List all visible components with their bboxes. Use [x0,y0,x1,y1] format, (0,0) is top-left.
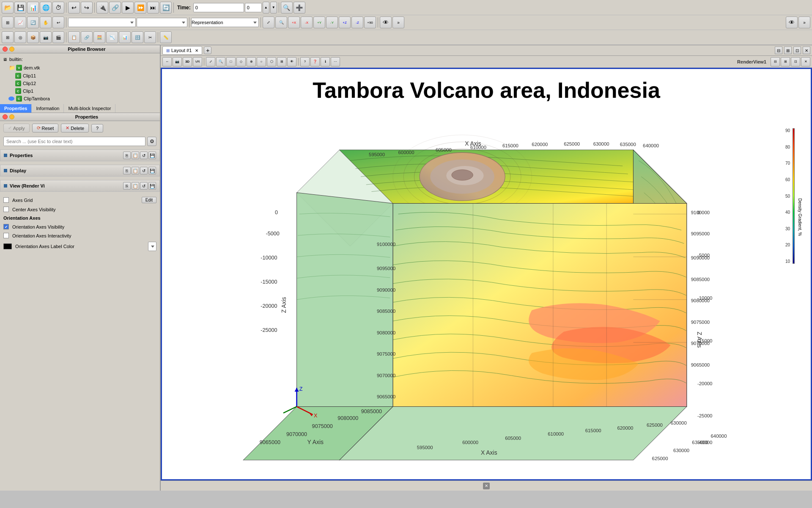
interact-btn[interactable]: ↩ [52,17,64,28]
right-eye-btn[interactable]: 👁 [786,17,798,28]
filter-btn[interactable]: ⊞ [2,17,14,28]
view-copy-btn[interactable]: ⎘ [123,182,131,190]
layout-close-btn[interactable]: ✕ [803,47,810,54]
pipeline-btn[interactable]: 📊 [27,2,39,14]
screenshot-btn[interactable]: 📷 [40,31,52,43]
reset-button[interactable]: ⟳ Reset [32,124,59,133]
vp-split-right-btn[interactable]: ⊟ [771,57,780,66]
disp-paste-btn[interactable]: 📋 [132,167,139,174]
tree-clip1[interactable]: C Clip1 [2,87,158,95]
link-btn[interactable]: 🔗 [81,31,93,43]
props-save-btn[interactable]: 💾 [148,152,156,159]
vp-query-btn[interactable]: ? [300,57,310,66]
layout-tab-close[interactable]: ✕ [195,48,198,53]
vp-select1-btn[interactable]: □ [226,57,236,66]
last-btn[interactable]: ⏭ [147,2,159,14]
props-close-yellow[interactable] [9,114,14,119]
vp-reset-btn[interactable]: ⤢ [206,57,215,66]
vp-more2-btn[interactable]: ⋯ [331,57,340,66]
disp-reset-btn[interactable]: ↺ [140,167,148,174]
right-more-btn[interactable]: » [798,17,810,28]
apply-button[interactable]: ✔ Apply [3,124,30,133]
orientation-axes-visibility-checkbox[interactable]: ✔ [3,224,9,229]
vp-split-down-btn[interactable]: ⊞ [781,57,790,66]
histogram-btn[interactable]: 📊 [119,31,131,43]
orientation-axes-color-dropdown[interactable] [148,242,156,251]
sphere-btn[interactable]: ◎ [14,31,26,43]
bottom-close-btn[interactable]: ✕ [483,483,490,489]
vp-zoom-btn[interactable]: 🔍 [216,57,225,66]
chart-line-btn[interactable]: 📉 [106,31,118,43]
vp-select2-btn[interactable]: ◇ [236,57,246,66]
center-axes-checkbox[interactable] [3,207,9,212]
vp-info-btn[interactable]: ℹ [321,57,330,66]
reset-camera-btn[interactable]: ⤢ [263,17,274,28]
disconnect-btn[interactable]: 🔗 [109,2,121,14]
properties-section-header[interactable]: Properties ⎘ 📋 ↺ 💾 [0,149,160,161]
search-icon-btn[interactable]: 🔍 [281,2,293,14]
save-btn[interactable]: 💾 [14,2,26,14]
vp-pick-btn[interactable]: ⊕ [247,57,256,66]
zplus-btn[interactable]: +Z [339,17,351,28]
close-red-btn[interactable] [3,47,8,52]
tab-properties[interactable]: Properties [0,104,32,113]
step-fwd-btn[interactable]: ⏩ [134,2,146,14]
disp-save-btn[interactable]: 💾 [148,167,156,174]
tree-cliptambora[interactable]: C ClipTambora [2,95,158,102]
props-reset-btn[interactable]: ↺ [140,152,148,159]
add-filter-btn[interactable]: ➕ [294,2,305,14]
vp-camera-btn[interactable]: 📷 [173,57,182,66]
layout-maximize-btn[interactable]: ⊡ [793,47,801,54]
render-area[interactable]: Tambora Volcano area, Indonesia [161,68,812,480]
time-input[interactable] [193,3,244,12]
yminus-btn[interactable]: -Y [326,17,338,28]
time-spin-down[interactable]: ▼ [270,2,277,14]
time-frame-input[interactable] [245,3,262,12]
vp-sel3-btn[interactable]: ○ [257,57,266,66]
undo-btn[interactable]: ↩ [68,2,80,14]
search-input[interactable] [3,137,145,146]
tree-dem-vtk[interactable]: 📁 V dem.vtk [2,64,158,72]
props-copy-btn[interactable]: ⎘ [123,152,131,159]
ruler-btn[interactable]: 📏 [160,31,172,43]
source-dropdown[interactable] [68,18,136,27]
tree-clip12[interactable]: C Clip12 [2,80,158,87]
loop-btn[interactable]: 🔄 [160,2,172,14]
close-yellow-btn[interactable] [9,47,14,52]
tree-clip11[interactable]: C Clip11 [2,72,158,80]
view-save-btn[interactable]: 💾 [148,182,156,190]
xplus-btn[interactable]: +X [288,17,300,28]
axes-grid-edit-btn[interactable]: Edit [142,197,156,203]
orientation-axes-interactivity-checkbox[interactable] [3,233,9,238]
play-btn[interactable]: ▶ [122,2,134,14]
rotate90-btn[interactable]: +90 [364,17,376,28]
copy-btn[interactable]: 📋 [68,31,80,43]
view-reset-btn[interactable]: ↺ [140,182,148,190]
gear-button[interactable]: ⚙ [147,137,156,146]
display-section-header[interactable]: Display ⎘ 📋 ↺ 💾 [0,165,160,177]
zoom-data-btn[interactable]: 🔍 [275,17,287,28]
vp-visible-btn[interactable]: 👁 [287,57,296,66]
vp-sel-thru-btn[interactable]: ⊞ [277,57,286,66]
delete-button[interactable]: ✕ Delete [61,124,89,133]
connect-btn[interactable]: 🔌 [96,2,108,14]
calc-btn[interactable]: 🧮 [93,31,105,43]
vp-3d-btn[interactable]: 3D [183,57,192,66]
vp-xr-btn[interactable]: VR [193,57,202,66]
props-paste-btn[interactable]: 📋 [132,152,139,159]
info-btn[interactable]: 🌐 [40,2,52,14]
movie-btn[interactable]: 🎬 [52,31,64,43]
tree-builtin[interactable]: 🖥 builtin: [2,55,158,64]
select2-btn[interactable]: ✂ [144,31,156,43]
zminus-btn[interactable]: -Z [351,17,363,28]
orientation-axes-color-swatch[interactable] [3,243,12,249]
layout-tab-1[interactable]: ⊞ Layout #1 ✕ [162,46,202,55]
layout-split-h-btn[interactable]: ⊟ [775,47,782,54]
vp-help-btn[interactable]: ❓ [310,57,320,66]
time-spin-up[interactable]: ▲ [263,2,269,14]
vp-close2-btn[interactable]: ✕ [801,57,810,66]
redo-btn[interactable]: ↪ [81,2,93,14]
box-btn[interactable]: 📦 [27,31,39,43]
chart-btn[interactable]: 📈 [14,17,26,28]
select-btn[interactable]: ✋ [40,17,52,28]
